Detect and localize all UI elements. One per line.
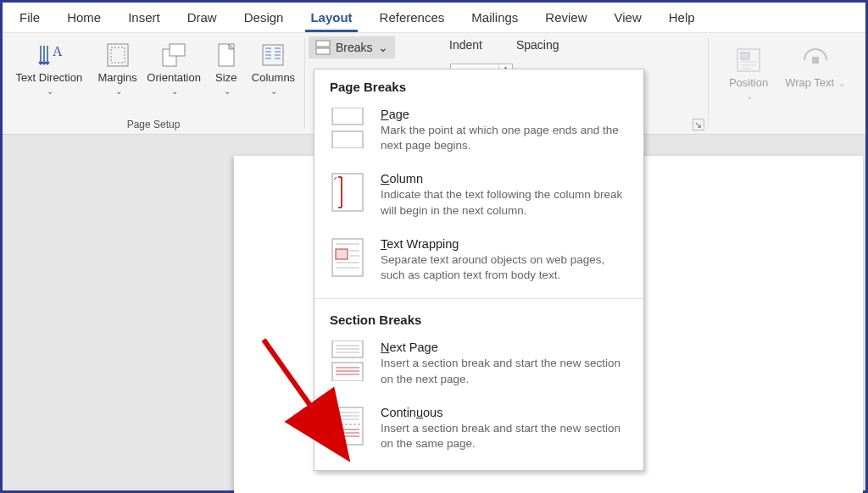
margins-button[interactable]: Margins⌄ [94,36,142,101]
svg-rect-19 [332,407,363,445]
orientation-icon [159,40,189,70]
svg-rect-16 [336,249,348,259]
page-setup-group-label: Page Setup [127,119,181,132]
break-continuous-mnemonic: u [416,406,423,419]
page-breaks-heading: Page Breaks [314,69,643,101]
break-textwrap-title: ext Wrapping [387,237,459,251]
break-continuous-desc: Insert a section break and start the new… [381,421,628,451]
chevron-down-icon: ⌄ [47,86,53,96]
break-textwrap-desc: Separate text around objects on web page… [381,252,628,283]
break-text-wrapping-item[interactable]: Text Wrapping Separate text around objec… [314,230,643,295]
paragraph-dialog-launcher[interactable]: ↘ [693,119,704,130]
column-break-icon [330,172,365,213]
wrap-text-button[interactable]: Wrap Text ⌄ [780,42,850,93]
svg-text:A: A [53,44,63,58]
svg-rect-14 [332,174,363,211]
wrap-text-icon [800,45,831,75]
break-column-title: olumn [389,172,423,186]
orientation-button[interactable]: Orientation⌄ [143,36,205,101]
break-nextpage-mnemonic: N [381,341,389,354]
breaks-dropdown: Page Breaks Page Mark the point at which… [314,69,644,471]
spacing-heading: Spacing [516,38,559,52]
breaks-label: Breaks [336,41,373,54]
chevron-down-icon: ⌄ [115,86,122,96]
tab-file[interactable]: File [6,3,53,32]
text-wrapping-break-icon [330,237,365,278]
columns-icon [258,40,288,70]
break-next-page-item[interactable]: Next Page Insert a section break and sta… [314,334,643,398]
size-button[interactable]: Size⌄ [207,36,246,101]
break-column-item[interactable]: Column Indicate that the text following … [314,165,643,230]
break-column-mnemonic: C [381,172,389,186]
break-page-mnemonic: P [381,108,389,121]
tab-help[interactable]: Help [655,3,709,32]
columns-label: Columns [252,71,295,84]
tab-insert[interactable]: Insert [114,3,174,32]
margins-icon [103,40,133,70]
next-page-section-break-icon [330,341,365,381]
chevron-down-icon: ⌄ [378,41,388,54]
section-breaks-heading: Section Breaks [314,302,643,334]
columns-button[interactable]: Columns⌄ [248,36,299,101]
break-continuous-title-pre: Contin [381,406,416,419]
chevron-down-icon: ⌄ [224,86,231,96]
tab-view[interactable]: View [601,3,655,32]
svg-rect-18 [332,363,363,381]
size-icon [211,40,242,70]
svg-rect-2 [111,47,125,63]
tab-draw[interactable]: Draw [174,3,231,32]
break-continuous-title-rest: ous [423,406,442,419]
text-direction-button[interactable]: A Text Direction ⌄ [8,36,92,101]
size-label: Size [215,71,236,84]
chevron-down-icon: ⌄ [270,86,277,96]
page-break-icon [330,108,365,148]
break-nextpage-desc: Insert a section break and start the new… [381,356,628,386]
chevron-down-icon: ⌄ [171,86,178,96]
breaks-icon [315,40,331,55]
text-direction-icon: A [35,40,65,70]
break-page-item[interactable]: Page Mark the point at which one page en… [314,101,643,165]
svg-rect-11 [812,57,819,64]
tab-design[interactable]: Design [231,3,298,32]
svg-rect-10 [741,53,749,59]
indent-heading: Indent [449,38,482,52]
position-button[interactable]: Position⌄ [724,42,773,106]
wrap-text-label: Wrap Text [785,76,834,89]
menu-tabs: File Home Insert Draw Design Layout Refe… [3,3,865,33]
svg-rect-4 [170,44,185,56]
svg-rect-12 [332,108,363,125]
breaks-button[interactable]: Breaks ⌄ [309,36,395,58]
break-page-desc: Mark the point at which one page ends an… [381,123,628,153]
orientation-label: Orientation [147,71,201,84]
position-icon [733,45,764,75]
break-page-title: age [389,108,409,121]
tab-review[interactable]: Review [531,3,600,32]
chevron-down-icon: ⌄ [746,91,753,101]
text-direction-label: Text Direction [15,71,82,84]
svg-rect-7 [316,41,330,47]
svg-rect-8 [316,48,330,54]
break-continuous-item[interactable]: Continuous Insert a section break and st… [314,399,643,463]
tab-home[interactable]: Home [53,3,114,32]
break-nextpage-title: ext Page [389,341,437,354]
tab-mailings[interactable]: Mailings [458,3,531,32]
margins-label: Margins [98,71,137,84]
tab-layout[interactable]: Layout [297,3,365,32]
continuous-section-break-icon [330,406,365,446]
svg-rect-13 [332,131,363,148]
chevron-down-icon: ⌄ [836,79,845,88]
break-column-desc: Indicate that the text following the col… [381,187,628,218]
position-label: Position [729,76,768,89]
tab-references[interactable]: References [366,3,459,32]
